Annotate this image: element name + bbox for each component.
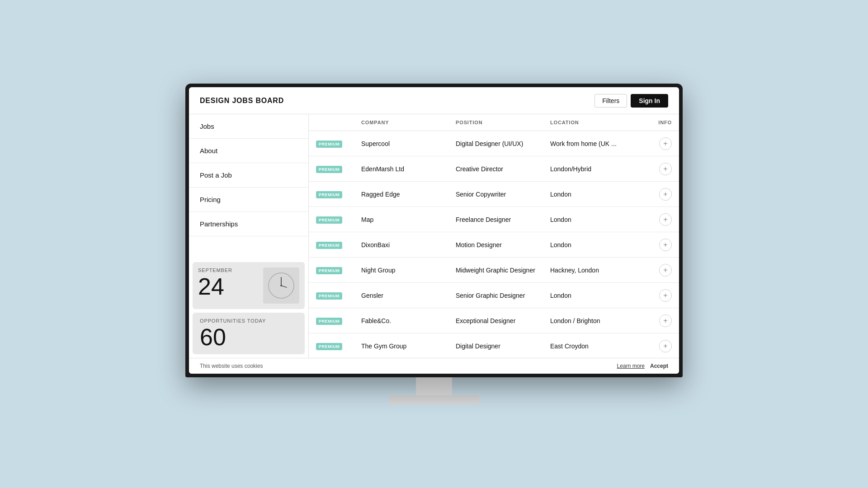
row-company: Fable&Co. xyxy=(361,315,456,326)
sidebar: Jobs About Post a Job Pricing Partnershi… xyxy=(189,114,309,358)
date-widget: SEPTEMBER 24 xyxy=(193,262,305,309)
row-location: East Croydon xyxy=(550,341,645,352)
row-badge: PREMIUM xyxy=(316,264,361,276)
table-header: COMPANY POSITION LOCATION INFO xyxy=(309,114,679,131)
row-company: EdenMarsh Ltd xyxy=(361,164,456,174)
row-badge: PREMIUM xyxy=(316,239,361,251)
header-actions: Filters Sign In xyxy=(594,94,668,108)
info-button[interactable]: + xyxy=(659,289,672,302)
opportunities-label: OPPORTUNITIES TODAY xyxy=(200,318,297,324)
info-button[interactable]: + xyxy=(659,340,672,352)
row-position: Motion Designer xyxy=(456,239,550,250)
clock-widget xyxy=(263,267,299,304)
info-button[interactable]: + xyxy=(659,188,672,201)
sidebar-item-about[interactable]: About xyxy=(189,139,308,163)
row-company: Gensler xyxy=(361,290,456,301)
row-location: Work from home (UK ... xyxy=(550,138,645,149)
table-row[interactable]: PREMIUM DixonBaxi Motion Designer London… xyxy=(309,232,679,258)
row-badge: PREMIUM xyxy=(316,315,361,327)
row-position: Creative Director xyxy=(456,164,550,174)
sidebar-widgets: SEPTEMBER 24 xyxy=(189,258,308,358)
cookie-text: This website uses cookies xyxy=(200,363,263,369)
table-row[interactable]: PREMIUM The Gym Group Digital Designer E… xyxy=(309,333,679,358)
app-logo: DESIGN JOBS BOARD xyxy=(200,97,284,105)
row-location: London/Hybrid xyxy=(550,164,645,174)
header: DESIGN JOBS BOARD Filters Sign In xyxy=(189,87,679,114)
row-badge: PREMIUM xyxy=(316,214,361,225)
sidebar-nav: Jobs About Post a Job Pricing Partnershi… xyxy=(189,114,308,258)
col-info: INFO xyxy=(645,120,672,125)
row-position: Midweight Graphic Designer xyxy=(456,265,550,276)
row-badge: PREMIUM xyxy=(316,138,361,150)
table-row[interactable]: PREMIUM Ragged Edge Senior Copywriter Lo… xyxy=(309,182,679,207)
signin-button[interactable]: Sign In xyxy=(631,94,668,108)
info-button[interactable]: + xyxy=(659,137,672,150)
cookie-actions: Learn more Accept xyxy=(617,363,668,369)
row-position: Digital Designer (UI/UX) xyxy=(456,138,550,149)
table-row[interactable]: PREMIUM EdenMarsh Ltd Creative Director … xyxy=(309,156,679,182)
table-row[interactable]: PREMIUM Supercool Digital Designer (UI/U… xyxy=(309,131,679,156)
jobs-table-area: COMPANY POSITION LOCATION INFO PREMIUM S… xyxy=(309,114,679,358)
sidebar-item-pricing[interactable]: Pricing xyxy=(189,188,308,212)
row-position: Exceptional Designer xyxy=(456,315,550,326)
monitor-base xyxy=(389,395,479,404)
month-label: SEPTEMBER xyxy=(198,267,259,273)
row-badge: PREMIUM xyxy=(316,290,361,301)
day-number: 24 xyxy=(198,275,259,298)
svg-point-3 xyxy=(280,285,282,286)
table-row[interactable]: PREMIUM Gensler Senior Graphic Designer … xyxy=(309,283,679,308)
sidebar-item-post-job[interactable]: Post a Job xyxy=(189,163,308,188)
col-badge xyxy=(316,120,361,125)
filters-button[interactable]: Filters xyxy=(594,94,627,108)
row-company: Supercool xyxy=(361,138,456,149)
row-position: Senior Graphic Designer xyxy=(456,290,550,301)
table-row[interactable]: PREMIUM Map Freelance Designer London + xyxy=(309,207,679,232)
accept-button[interactable]: Accept xyxy=(650,363,668,369)
row-location: London xyxy=(550,290,645,301)
row-company: The Gym Group xyxy=(361,341,456,352)
row-company: DixonBaxi xyxy=(361,239,456,250)
row-badge: PREMIUM xyxy=(316,340,361,352)
main-content: Jobs About Post a Job Pricing Partnershi… xyxy=(189,114,679,358)
row-location: London / Brighton xyxy=(550,315,645,326)
sidebar-item-jobs[interactable]: Jobs xyxy=(189,114,308,139)
row-badge: PREMIUM xyxy=(316,188,361,200)
row-location: London xyxy=(550,189,645,200)
row-company: Night Group xyxy=(361,265,456,276)
row-location: Hackney, London xyxy=(550,265,645,276)
col-company: COMPANY xyxy=(361,120,456,125)
info-button[interactable]: + xyxy=(659,213,672,226)
col-position: POSITION xyxy=(456,120,550,125)
info-button[interactable]: + xyxy=(659,264,672,277)
row-position: Digital Designer xyxy=(456,341,550,352)
cookie-bar: This website uses cookies Learn more Acc… xyxy=(189,358,679,374)
learn-more-link[interactable]: Learn more xyxy=(617,363,645,369)
info-button[interactable]: + xyxy=(659,314,672,327)
row-badge: PREMIUM xyxy=(316,163,361,175)
date-text: SEPTEMBER 24 xyxy=(198,267,259,304)
clock-svg xyxy=(267,271,296,300)
row-company: Map xyxy=(361,214,456,225)
table-row[interactable]: PREMIUM Fable&Co. Exceptional Designer L… xyxy=(309,308,679,333)
row-company: Ragged Edge xyxy=(361,189,456,200)
sidebar-item-partnerships[interactable]: Partnerships xyxy=(189,212,308,236)
info-button[interactable]: + xyxy=(659,163,672,175)
row-position: Freelance Designer xyxy=(456,214,550,225)
row-position: Senior Copywriter xyxy=(456,189,550,200)
opportunities-count: 60 xyxy=(200,325,297,349)
row-location: London xyxy=(550,239,645,250)
info-button[interactable]: + xyxy=(659,239,672,251)
col-location: LOCATION xyxy=(550,120,645,125)
table-row[interactable]: PREMIUM Night Group Midweight Graphic De… xyxy=(309,258,679,283)
monitor-neck xyxy=(416,377,452,395)
row-location: London xyxy=(550,214,645,225)
opportunities-widget: OPPORTUNITIES TODAY 60 xyxy=(193,313,305,354)
